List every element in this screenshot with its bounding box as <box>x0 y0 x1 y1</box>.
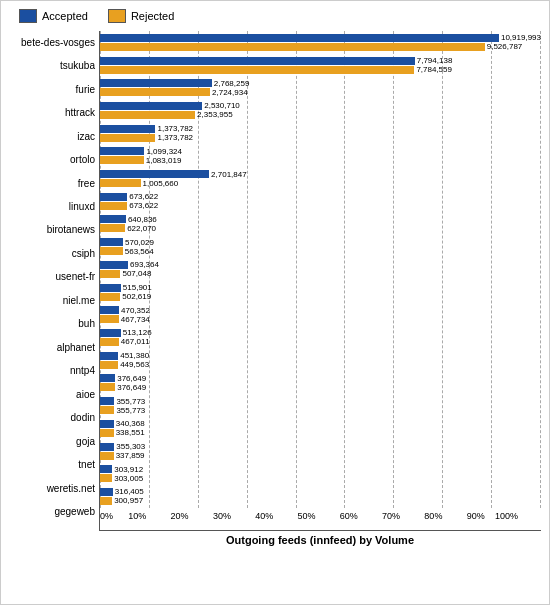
y-label: ortolo <box>9 155 95 165</box>
bar-row-rejected: 1,373,782 <box>100 134 541 142</box>
bar-rejected <box>100 429 114 437</box>
bar-group: 376,649376,649 <box>100 373 541 392</box>
bar-row-accepted: 2,768,259 <box>100 79 541 87</box>
chart-area: bete-des-vosgestsukubafuriehttrackizacor… <box>9 31 541 546</box>
bar-row-rejected: 1,083,019 <box>100 156 541 164</box>
legend-rejected-label: Rejected <box>131 10 174 22</box>
y-label: linuxd <box>9 202 95 212</box>
bar-row-rejected: 9,526,787 <box>100 43 541 51</box>
bar-row-rejected: 673,622 <box>100 202 541 210</box>
bar-row-accepted: 693,364 <box>100 261 541 269</box>
legend-accepted: Accepted <box>19 9 88 23</box>
bar-rejected <box>100 361 118 369</box>
bar-accepted-value: 2,768,259 <box>214 79 250 88</box>
bar-row-accepted: 7,794,138 <box>100 57 541 65</box>
bar-row-rejected: 338,551 <box>100 429 541 437</box>
x-axis-label: 70% <box>382 511 400 521</box>
y-label: aioe <box>9 390 95 400</box>
y-label: dodin <box>9 413 95 423</box>
bar-row-rejected: 337,859 <box>100 452 541 460</box>
y-label: furie <box>9 85 95 95</box>
bar-group: 693,364507,048 <box>100 260 541 279</box>
bar-group: 513,126467,011 <box>100 328 541 347</box>
y-label: weretis.net <box>9 484 95 494</box>
bar-rejected <box>100 497 112 505</box>
bar-row-rejected: 507,048 <box>100 270 541 278</box>
bar-row-accepted: 515,901 <box>100 284 541 292</box>
bar-rejected <box>100 406 114 414</box>
bar-rejected <box>100 43 485 51</box>
x-axis-title: Outgoing feeds (innfeed) by Volume <box>99 534 541 546</box>
bar-row-rejected: 467,734 <box>100 315 541 323</box>
bar-group: 316,405300,957 <box>100 487 541 506</box>
bar-rejected <box>100 474 112 482</box>
bar-group: 470,352467,734 <box>100 305 541 324</box>
bar-group: 355,773355,773 <box>100 396 541 415</box>
bar-rejected-value: 376,649 <box>117 383 146 392</box>
bar-group: 303,912303,005 <box>100 464 541 483</box>
bar-rejected <box>100 88 210 96</box>
bar-accepted <box>100 374 115 382</box>
bar-row-accepted: 340,368 <box>100 420 541 428</box>
bar-accepted <box>100 57 415 65</box>
bar-rejected <box>100 383 115 391</box>
bar-row-rejected: 355,773 <box>100 406 541 414</box>
x-axis-label: 30% <box>213 511 231 521</box>
bar-rejected-value: 449,563 <box>120 360 149 369</box>
bar-accepted <box>100 420 114 428</box>
bar-row-accepted: 355,773 <box>100 397 541 405</box>
bar-group: 1,373,7821,373,782 <box>100 124 541 143</box>
bar-group: 340,368338,551 <box>100 419 541 438</box>
bar-rejected <box>100 111 195 119</box>
x-axis-label: 10% <box>128 511 146 521</box>
bar-rejected-value: 9,526,787 <box>487 42 523 51</box>
y-label: goja <box>9 437 95 447</box>
bar-row-rejected: 467,011 <box>100 338 541 346</box>
y-label: usenet-fr <box>9 272 95 282</box>
bars-area: 10,919,9939,526,7877,794,1387,784,5592,7… <box>99 31 541 531</box>
bar-row-accepted: 1,099,324 <box>100 147 541 155</box>
bar-group: 7,794,1387,784,559 <box>100 56 541 75</box>
bar-row-rejected: 300,957 <box>100 497 541 505</box>
bars-inner: 10,919,9939,526,7877,794,1387,784,5592,7… <box>100 31 541 508</box>
bar-rejected <box>100 156 144 164</box>
bar-accepted-value: 355,773 <box>116 397 145 406</box>
bar-row-rejected: 7,784,559 <box>100 66 541 74</box>
bar-rejected <box>100 134 155 142</box>
x-axis-label: 50% <box>297 511 315 521</box>
bar-accepted-value: 640,836 <box>128 215 157 224</box>
y-labels: bete-des-vosgestsukubafuriehttrackizacor… <box>9 31 99 546</box>
bar-accepted-value: 303,912 <box>114 465 143 474</box>
bar-rejected-value: 7,784,559 <box>416 65 452 74</box>
bar-rejected-value: 622,070 <box>127 224 156 233</box>
bar-accepted <box>100 306 119 314</box>
bar-accepted-value: 1,373,782 <box>157 124 193 133</box>
bar-row-accepted: 1,373,782 <box>100 125 541 133</box>
chart-container: Accepted Rejected bete-des-vosgestsukuba… <box>0 0 550 605</box>
bar-accepted <box>100 284 121 292</box>
y-label: tnet <box>9 460 95 470</box>
bar-group: 2,768,2592,724,934 <box>100 78 541 97</box>
x-axis-labels: 0%10%20%30%40%50%60%70%80%90%100% <box>100 508 541 530</box>
bar-rejected-value: 338,551 <box>116 428 145 437</box>
bar-accepted-value: 7,794,138 <box>417 56 453 65</box>
bar-row-accepted: 376,649 <box>100 374 541 382</box>
y-label: httrack <box>9 108 95 118</box>
bar-rejected-value: 303,005 <box>114 474 143 483</box>
bar-rejected-value: 1,005,660 <box>143 179 179 188</box>
y-label: nntp4 <box>9 366 95 376</box>
y-label: buh <box>9 319 95 329</box>
bar-accepted-value: 693,364 <box>130 260 159 269</box>
bar-group: 515,901502,619 <box>100 283 541 302</box>
y-label: birotanews <box>9 225 95 235</box>
bar-rejected <box>100 270 120 278</box>
bar-accepted-value: 673,622 <box>129 192 158 201</box>
bar-rejected-value: 502,619 <box>122 292 151 301</box>
bar-group: 451,380449,563 <box>100 351 541 370</box>
bar-accepted <box>100 261 128 269</box>
x-axis-label: 100% <box>495 511 518 521</box>
bar-accepted-value: 513,126 <box>123 328 152 337</box>
bar-accepted <box>100 170 209 178</box>
bar-row-rejected: 2,724,934 <box>100 88 541 96</box>
y-label: bete-des-vosges <box>9 38 95 48</box>
